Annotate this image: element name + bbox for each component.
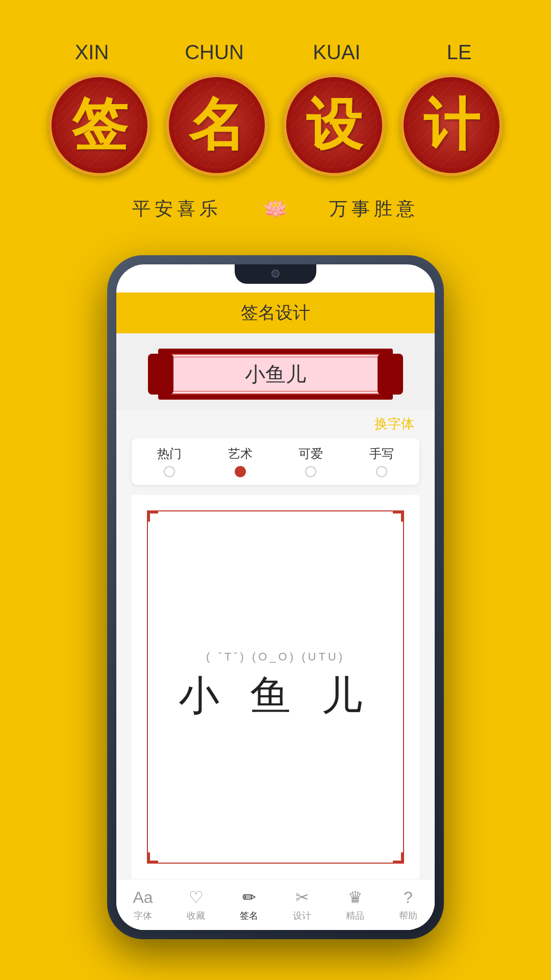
scroll-right-cap — [378, 354, 403, 395]
nav-font-icon: Aa — [133, 888, 153, 907]
phone-outer: 傍晚6:33 ▪▪▪ WiFi ▮▮▮ 签名设计 — [107, 255, 444, 939]
nav-help-icon: ? — [404, 888, 413, 907]
tab-cute-dot — [305, 466, 316, 477]
tab-cute-label: 可爱 — [298, 446, 323, 462]
phone-mockup: 傍晚6:33 ▪▪▪ WiFi ▮▮▮ 签名设计 — [107, 255, 444, 939]
tab-cute[interactable]: 可爱 — [278, 446, 344, 477]
tab-art-dot — [235, 466, 246, 477]
tab-hot-dot — [164, 466, 175, 477]
char-she: 设 — [306, 87, 362, 163]
app-title: 签名设计 — [241, 301, 310, 325]
circles-row: 签 名 设 计 — [48, 74, 503, 176]
nav-premium[interactable]: ♛ 精品 — [329, 888, 382, 922]
phone-notch — [235, 264, 316, 284]
scroll-container: 小鱼儿 — [116, 333, 435, 410]
char-ming: 名 — [189, 87, 245, 163]
nav-help[interactable]: ? 帮助 — [382, 888, 435, 922]
pinyin-kuai: KUAI — [291, 41, 383, 64]
phone-inner: 傍晚6:33 ▪▪▪ WiFi ▮▮▮ 签名设计 — [116, 264, 435, 930]
tab-art-label: 艺术 — [228, 446, 253, 462]
tab-hot[interactable]: 热门 — [137, 446, 203, 477]
tab-handwrite-dot — [376, 466, 387, 477]
signature-preview: ( ˇTˇ) (O_O) (UTU) 小 鱼 儿 — [132, 495, 419, 879]
circle-she: 设 — [283, 74, 385, 176]
subtitle-right: 万事胜意 — [329, 197, 419, 222]
app-header: 签名设计 — [116, 292, 435, 333]
scroll-left-cap — [148, 354, 173, 395]
nav-favorites-icon: ♡ — [189, 888, 204, 907]
nav-favorites[interactable]: ♡ 收藏 — [169, 888, 222, 922]
circle-qian: 签 — [48, 74, 151, 176]
scroll-banner: 小鱼儿 — [148, 349, 403, 400]
nav-help-label: 帮助 — [399, 910, 417, 922]
tab-handwrite[interactable]: 手写 — [349, 446, 415, 477]
sig-name: 小 鱼 儿 — [179, 669, 372, 724]
scroll-name: 小鱼儿 — [245, 360, 306, 388]
phone-camera — [271, 270, 280, 278]
status-time: 傍晚6:33 — [132, 273, 177, 288]
nav-favorites-label: 收藏 — [187, 910, 205, 922]
tab-hot-label: 热门 — [157, 446, 182, 462]
status-icons: ▪▪▪ WiFi ▮▮▮ — [368, 275, 419, 286]
sig-content: ( ˇTˇ) (O_O) (UTU) 小 鱼 儿 — [132, 495, 419, 879]
nav-signature-label: 签名 — [240, 910, 258, 922]
pinyin-le: LE — [413, 41, 505, 64]
nav-signature-icon: ✏ — [242, 888, 256, 907]
top-section: XIN CHUN KUAI LE 签 名 设 计 平安喜乐 🪷 万事胜意 — [0, 0, 551, 222]
wifi-icon: WiFi — [382, 275, 400, 286]
nav-design-icon: ✂ — [295, 888, 309, 907]
pinyin-xin: XIN — [46, 41, 138, 64]
nav-font-label: 字体 — [134, 910, 152, 922]
scroll-body: 小鱼儿 — [163, 354, 388, 395]
tab-handwrite-label: 手写 — [369, 446, 394, 462]
tab-art[interactable]: 艺术 — [208, 446, 273, 477]
lotus-icon: 🪷 — [263, 197, 288, 221]
subtitle-left: 平安喜乐 — [132, 197, 222, 222]
pinyin-row: XIN CHUN KUAI LE — [46, 41, 505, 64]
change-font-row: 换字体 — [116, 410, 435, 438]
nav-signature[interactable]: ✏ 签名 — [222, 888, 276, 922]
font-tabs[interactable]: 热门 艺术 可爱 手写 — [132, 438, 419, 485]
nav-premium-label: 精品 — [346, 910, 364, 922]
pinyin-chun: CHUN — [168, 41, 260, 64]
sig-annotation: ( ˇTˇ) (O_O) (UTU) — [206, 650, 345, 664]
bottom-nav: Aa 字体 ♡ 收藏 ✏ 签名 ✂ 设计 — [116, 879, 435, 930]
app-content: 签名设计 小鱼儿 换字体 — [116, 292, 435, 930]
char-qian: 签 — [71, 87, 128, 163]
nav-premium-icon: ♛ — [348, 888, 363, 907]
nav-design[interactable]: ✂ 设计 — [276, 888, 329, 922]
char-ji: 计 — [423, 87, 480, 163]
nav-font[interactable]: Aa 字体 — [116, 888, 169, 922]
battery-icon: ▪▪▪ — [368, 275, 378, 286]
circle-ji: 计 — [400, 74, 503, 176]
change-font-button[interactable]: 换字体 — [374, 415, 414, 433]
signal-icon: ▮▮▮ — [404, 275, 419, 286]
nav-design-label: 设计 — [293, 910, 311, 922]
circle-ming: 名 — [166, 74, 268, 176]
subtitle-row: 平安喜乐 🪷 万事胜意 — [132, 197, 419, 222]
